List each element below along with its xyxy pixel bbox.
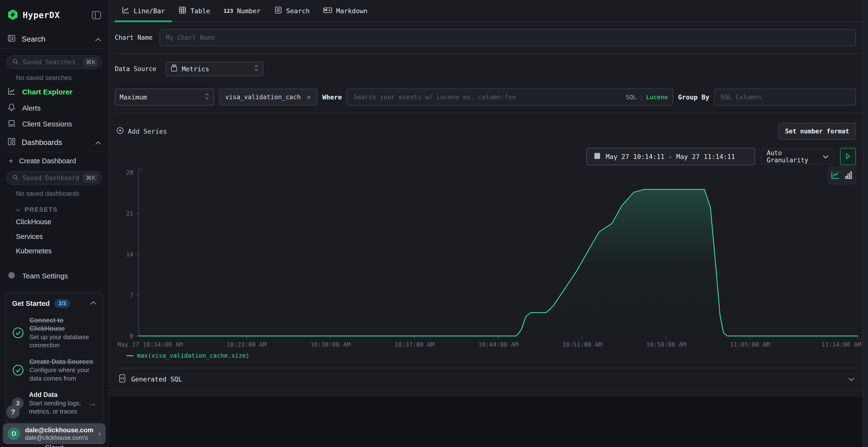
hyperdx-logo-icon <box>7 9 18 21</box>
chart-legend[interactable]: max(visa_validation_cache.size) <box>126 352 862 359</box>
date-range-picker[interactable]: May 27 10:14:11 - May 27 11:14:11 <box>586 148 755 165</box>
svg-text:10:23:00 AM: 10:23:00 AM <box>227 341 267 348</box>
run-query-button[interactable] <box>840 148 856 165</box>
collapse-sidebar-icon[interactable] <box>92 11 101 20</box>
chart-toolbar: May 27 10:14:11 - May 27 11:14:11 Auto G… <box>109 148 863 165</box>
user-menu-button[interactable]: D dale@clickhouse.com dale@clickhouse.co… <box>3 423 105 444</box>
sidebar: HyperDX Search ⌘K No saved searches <box>0 0 109 447</box>
granularity-select[interactable]: Auto Granularity <box>762 148 834 165</box>
help-button[interactable]: ? <box>6 405 20 419</box>
language-sql-toggle[interactable]: SQL <box>626 94 637 101</box>
aggregation-value: Maximum <box>120 94 201 101</box>
sidebar-item-alerts[interactable]: Alerts <box>0 100 108 116</box>
search-icon <box>12 174 19 182</box>
dashboards-grid-icon <box>7 137 16 148</box>
svg-text:May 27 10:14:00 AM: May 27 10:14:00 AM <box>117 341 183 348</box>
svg-text:7: 7 <box>130 291 133 299</box>
where-label: Where <box>322 94 342 101</box>
group-by-input[interactable] <box>714 89 856 105</box>
kbd-shortcut: ⌘K <box>83 57 98 67</box>
chart-name-input[interactable] <box>160 29 856 46</box>
where-input[interactable] <box>353 93 623 101</box>
sidebar-item-client-sessions[interactable]: Client Sessions <box>0 116 108 132</box>
saved-dashboards-search[interactable]: ⌘K <box>6 171 102 185</box>
data-source-select[interactable]: Metrics <box>165 62 263 76</box>
preset-kubernetes[interactable]: Kubernetes <box>0 244 108 259</box>
check-circle-icon <box>12 327 24 339</box>
metric-field-tag[interactable]: visa_validation_cach ✕ <box>219 89 317 105</box>
brand[interactable]: HyperDX <box>7 9 92 21</box>
tab-line-bar[interactable]: Line/Bar <box>115 0 172 22</box>
presets-toggle[interactable]: PRESETS <box>16 206 108 213</box>
svg-text:21: 21 <box>126 210 133 217</box>
get-started-header[interactable]: Get Started 2/3 <box>12 299 96 308</box>
chevron-down-icon <box>823 153 829 160</box>
tab-table[interactable]: Table <box>172 0 217 22</box>
step-desc: Configure where your data comes from <box>29 366 89 382</box>
chevron-down-icon <box>848 375 855 383</box>
brand-name: HyperDX <box>23 10 60 20</box>
timeseries-chart[interactable]: 07142128May 27 10:14:00 AM10:23:00 AM10:… <box>115 164 862 350</box>
org-label-cut: Cloud <box>0 444 108 447</box>
no-saved-searches-text: No saved searches <box>16 74 108 82</box>
avatar: D <box>8 427 20 440</box>
tab-label: Line/Bar <box>133 7 165 15</box>
plus-icon: + <box>9 157 13 166</box>
scrollbar[interactable] <box>863 0 868 447</box>
sidebar-item-team-settings[interactable]: Team Settings <box>0 268 108 284</box>
sidebar-item-chart-explorer[interactable]: Chart Explorer <box>0 84 108 100</box>
user-email: dale@clickhouse.com <box>25 426 93 434</box>
get-started-step-add-data[interactable]: 3 Add Data Start sending logs, metrics, … <box>12 391 96 416</box>
add-series-button[interactable]: Add Series <box>115 127 168 136</box>
main-content: Line/Bar Table 123 Number Search <box>109 0 868 447</box>
preset-clickhouse[interactable]: ClickHouse <box>0 215 108 229</box>
get-started-step-datasources[interactable]: Create Data Sources Configure where your… <box>12 358 96 383</box>
saved-dashboards-input[interactable] <box>22 174 80 182</box>
generated-sql-toggle[interactable]: Generated SQL <box>109 368 863 390</box>
svg-text:28: 28 <box>126 169 133 176</box>
search-section-icon <box>7 34 16 44</box>
step-title: Add Data <box>29 391 58 398</box>
search-section-label: Search <box>22 35 89 44</box>
get-started-title: Get Started <box>12 300 50 308</box>
saved-searches-search[interactable]: ⌘K <box>6 55 102 69</box>
step-title: Create Data Sources <box>29 358 93 365</box>
svg-text:11:05:00 AM: 11:05:00 AM <box>730 341 770 348</box>
gear-icon <box>7 271 16 281</box>
legend-swatch <box>126 355 133 356</box>
sidebar-section-dashboards[interactable]: Dashboards <box>0 133 108 152</box>
divider <box>115 113 863 113</box>
data-source-value: Metrics <box>182 65 250 73</box>
tab-markdown[interactable]: Markdown <box>316 0 374 22</box>
generated-sql-label: Generated SQL <box>131 375 843 383</box>
tab-number[interactable]: 123 Number <box>217 0 267 22</box>
create-dashboard-button[interactable]: + Create Dashboard <box>0 152 108 170</box>
line-chart-toggle-icon[interactable] <box>830 170 840 181</box>
sidebar-section-search[interactable]: Search <box>0 30 108 49</box>
svg-text:10:58:00 AM: 10:58:00 AM <box>646 341 686 348</box>
set-number-format-button[interactable]: Set number format <box>778 123 856 140</box>
divider <box>115 54 863 54</box>
bar-chart-toggle-icon[interactable] <box>844 170 853 181</box>
remove-metric-icon[interactable]: ✕ <box>306 93 312 101</box>
step-title: Connect to ClickHouse <box>29 317 65 332</box>
arrow-right-icon: → <box>88 399 96 408</box>
svg-text:10:37:00 AM: 10:37:00 AM <box>395 341 434 348</box>
tab-label: Number <box>237 7 261 15</box>
get-started-step-connect[interactable]: Connect to ClickHouse Set up your databa… <box>12 316 96 349</box>
plus-circle-icon <box>116 127 124 136</box>
tab-search[interactable]: Search <box>268 0 317 22</box>
chart-name-label: Chart Name <box>115 34 160 41</box>
chevron-down-icon <box>16 206 21 213</box>
line-chart-icon <box>122 6 130 16</box>
series-actions-row: Add Series Set number format <box>109 123 863 140</box>
chevron-up-icon <box>95 35 101 44</box>
chart-type-tabbar: Line/Bar Table 123 Number Search <box>109 0 863 22</box>
aggregation-select[interactable]: Maximum <box>115 89 214 105</box>
language-lucene-toggle[interactable]: Lucene <box>646 94 668 101</box>
tab-label: Search <box>286 7 310 15</box>
select-updown-icon <box>254 65 258 73</box>
saved-searches-input[interactable] <box>22 58 80 66</box>
svg-text:0: 0 <box>130 333 133 340</box>
preset-services[interactable]: Services <box>0 229 108 244</box>
